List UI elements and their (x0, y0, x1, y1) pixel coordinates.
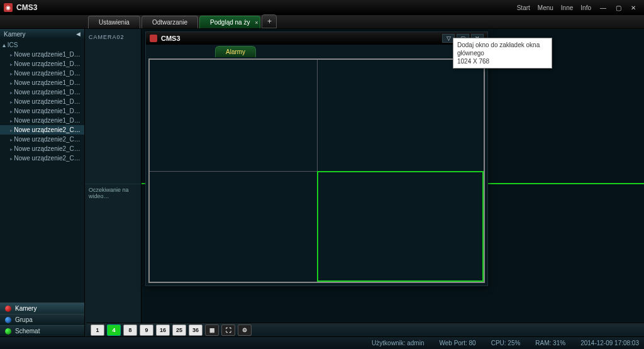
inner-titlebar[interactable]: CMS3 ▽ ▢ ✕ (146, 32, 487, 45)
sidebar-btn-kamery[interactable]: Kamery (0, 302, 84, 314)
tab-playback[interactable]: Odtwarzanie (142, 16, 198, 28)
tab-settings-label: Ustawienia (99, 19, 130, 26)
inner-tab-alarmy-label: Alarmy (226, 48, 245, 55)
status-cpu: CPU: 25% (491, 340, 521, 346)
app-title: CMS3 (16, 3, 37, 12)
tab-settings[interactable]: Ustawienia (88, 16, 140, 28)
tooltip: Dodaj okno do zakładek okna głównego 102… (453, 38, 552, 69)
tab-close-icon[interactable]: × (255, 16, 258, 29)
tree-item[interactable]: Nowe urządzenie1_DEVICE04 (0, 78, 84, 87)
sidebar-btn-schemat[interactable]: Schemat (0, 325, 84, 336)
status-user: Użytkownik: admin (372, 340, 424, 346)
tree-item[interactable]: Nowe urządzenie1_DEVICE05 (0, 87, 84, 97)
tab-playback-label: Odtwarzanie (152, 19, 187, 26)
tree-item[interactable]: Nowe urządzenie2_CAMERA02 (0, 135, 84, 144)
tree-item[interactable]: Nowe urządzenie1_DEVICE02 (0, 59, 84, 69)
camera-thumbnail (85, 45, 141, 184)
layout-btn-36[interactable]: 36 (189, 324, 203, 336)
layout-btn-1[interactable]: 1 (91, 324, 104, 336)
menu-inne[interactable]: Inne (561, 4, 573, 11)
layout-toolbar: 1 4 8 9 16 25 36 ▦ ⛶ ⚙ (87, 323, 644, 336)
layout-btn-25[interactable]: 25 (172, 324, 186, 336)
camera-status: Oczekiwanie na wideo… (85, 184, 141, 202)
inner-title-text: CMS3 (161, 35, 180, 42)
device-tree: ▴ ICS Nowe urządzenie1_DEVICE01 Nowe urz… (0, 39, 84, 302)
sidebar: Kamery ◀ ▴ ICS Nowe urządzenie1_DEVICE01… (0, 29, 85, 336)
tree-root[interactable]: ▴ ICS (0, 40, 84, 50)
status-time: 2014-12-09 17:08:03 (580, 340, 639, 346)
schema-icon (5, 328, 11, 335)
video-area: CMS3 ▽ ▢ ✕ Alarmy (142, 29, 644, 336)
status-ram: RAM: 31% (535, 340, 565, 346)
sidebar-btn-kamery-label: Kamery (15, 303, 36, 314)
titlebar: ◉ CMS3 Start Menu Inne Info — ▢ ✕ (0, 0, 644, 15)
tree-item[interactable]: Nowe urządzenie1_DEVICE01 (0, 50, 84, 59)
layout-btn-4[interactable]: 4 (107, 324, 121, 336)
sidebar-btn-schemat-label: Schemat (15, 326, 40, 337)
layout-btn-custom-icon[interactable]: ▦ (205, 324, 219, 336)
menu-menu[interactable]: Menu (538, 4, 553, 11)
tree-item[interactable]: Nowe urządzenie1_DEVICE08 (0, 116, 84, 125)
sidebar-header-label: Kamery (4, 31, 25, 38)
menu-start[interactable]: Start (517, 4, 530, 11)
inner-grid-selected-cell[interactable] (317, 171, 484, 282)
layout-btn-9[interactable]: 9 (140, 324, 153, 336)
sidebar-btn-grupa[interactable]: Grupa (0, 314, 84, 325)
group-icon (5, 317, 11, 323)
main-tab-row: Ustawienia Odtwarzanie Podgląd na ży× + (0, 15, 644, 29)
inner-tab-alarmy[interactable]: Alarmy (215, 46, 256, 57)
layout-btn-fullscreen-icon[interactable]: ⛶ (221, 324, 235, 336)
maximize-icon[interactable]: ▢ (611, 3, 625, 13)
sidebar-header: Kamery ◀ (0, 29, 84, 39)
inner-window[interactable]: CMS3 ▽ ▢ ✕ Alarmy (145, 31, 488, 286)
tree-item[interactable]: Nowe urządzenie2_CAMERA01 (0, 125, 84, 135)
tab-add-button[interactable]: + (262, 14, 277, 28)
app-logo-icon: ◉ (4, 3, 13, 12)
tooltip-line1: Dodaj okno do zakładek okna głównego (457, 41, 548, 57)
camera-icon (5, 306, 11, 312)
layout-btn-settings-icon[interactable]: ⚙ (238, 324, 252, 336)
tree-item[interactable]: Nowe urządzenie2_CAMERA04 (0, 153, 84, 163)
layout-btn-8[interactable]: 8 (123, 324, 137, 336)
layout-btn-16[interactable]: 16 (156, 324, 170, 336)
statusbar: Użytkownik: admin Web Port: 80 CPU: 25% … (0, 336, 644, 349)
sidebar-btn-grupa-label: Grupa (15, 314, 33, 326)
inner-tab-row: Alarmy (146, 45, 487, 57)
sidebar-collapse-icon[interactable]: ◀ (76, 31, 80, 37)
camera-label: CAMERA02 (85, 29, 141, 45)
tree-item[interactable]: Nowe urządzenie2_CAMERA03 (0, 144, 84, 153)
tab-liveview[interactable]: Podgląd na ży× (199, 16, 260, 28)
tab-liveview-label: Podgląd na ży (210, 19, 250, 26)
tree-item[interactable]: Nowe urządzenie1_DEVICE06 (0, 97, 84, 106)
tree-item[interactable]: Nowe urządzenie1_DEVICE07 (0, 106, 84, 116)
minimize-icon[interactable]: — (596, 3, 610, 13)
inner-video-grid[interactable] (148, 58, 485, 283)
sidebar-footer: Kamery Grupa Schemat (0, 302, 84, 336)
tree-item[interactable]: Nowe urządzenie1_DEVICE03 (0, 69, 84, 78)
close-icon[interactable]: ✕ (626, 3, 640, 13)
inner-logo-icon (150, 35, 157, 42)
status-port: Web Port: 80 (439, 340, 475, 346)
menu-info[interactable]: Info (580, 4, 591, 11)
tooltip-line2: 1024 X 768 (457, 57, 548, 65)
camera-info-column: CAMERA02 Oczekiwanie na wideo… (85, 29, 142, 336)
